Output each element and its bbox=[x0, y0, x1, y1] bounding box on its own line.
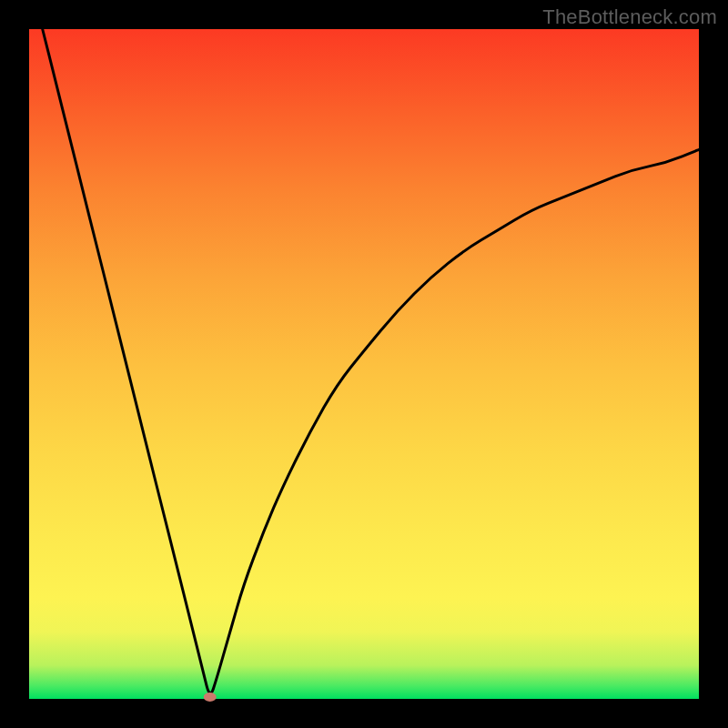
chart-frame: TheBottleneck.com bbox=[0, 0, 728, 728]
bottleneck-chart bbox=[29, 29, 699, 699]
plot-area bbox=[29, 29, 699, 699]
minimum-marker bbox=[204, 693, 217, 702]
watermark-label: TheBottleneck.com bbox=[542, 5, 717, 29]
bottleneck-curve bbox=[43, 29, 699, 693]
